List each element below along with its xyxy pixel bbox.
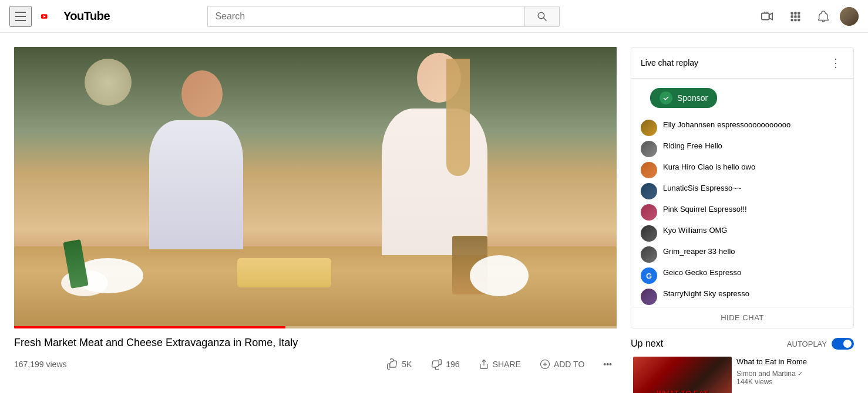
search-area xyxy=(207,6,560,27)
chat-message-content: Riding FreeHello xyxy=(663,141,844,151)
chat-avatar xyxy=(641,162,657,178)
chat-avatar xyxy=(641,246,657,263)
chat-text: Espresso~~ xyxy=(701,184,741,192)
sponsor-badge[interactable]: Sponsor xyxy=(650,88,717,108)
chat-header: Live chat replay ⋮ xyxy=(631,48,853,79)
progress-fill xyxy=(14,326,285,328)
header-left: YouTube xyxy=(9,6,110,27)
chat-text: espresso xyxy=(718,289,749,298)
hide-chat-button[interactable]: HIDE CHAT xyxy=(631,307,853,328)
more-dots: ••• xyxy=(603,360,612,369)
chat-message: Kura HiroCiao is hello owo xyxy=(631,160,853,181)
search-input[interactable] xyxy=(207,6,524,27)
header: YouTube xyxy=(0,0,868,33)
chat-messages-list: Elly JohannsenespressoooooooooooRiding F… xyxy=(631,117,853,307)
chat-text: espressooooooooooo xyxy=(717,120,790,129)
thumbnail-overlay: WHAT TO EAT IN ROME xyxy=(638,389,727,393)
add-to-button[interactable]: ADD TO xyxy=(535,355,589,373)
hamburger-menu[interactable] xyxy=(9,6,32,27)
chat-message: Elly Johannsenespressooooooooooo xyxy=(631,117,853,138)
svg-rect-10 xyxy=(798,12,800,14)
chat-message-content: Grim_reaper 33hello xyxy=(663,246,844,257)
video-scene xyxy=(14,47,617,328)
youtube-logo[interactable]: YouTube xyxy=(41,9,110,23)
chat-username: Riding Free xyxy=(663,141,702,150)
svg-marker-5 xyxy=(769,13,773,19)
apps-button[interactable] xyxy=(783,5,807,28)
thumbs-up-icon xyxy=(386,358,398,370)
chat-message: GGeico GeckoEspresso xyxy=(631,265,853,286)
chat-avatar xyxy=(641,120,657,136)
up-next-card[interactable]: WHAT TO EAT IN ROME What to Eat in Rome … xyxy=(631,354,854,393)
bell-icon xyxy=(817,10,830,23)
chat-avatar xyxy=(641,183,657,199)
chat-username: Pink Squirrel xyxy=(663,205,706,214)
apps-grid-icon xyxy=(789,11,801,22)
chat-username: Geico Gecko xyxy=(663,268,707,277)
channel-name: Simon and Martina xyxy=(736,370,796,378)
up-next-channel: Simon and Martina ✓ xyxy=(736,370,852,378)
chat-message-content: Kura HiroCiao is hello owo xyxy=(663,162,844,172)
svg-rect-16 xyxy=(798,19,800,21)
progress-bar[interactable] xyxy=(14,326,617,328)
sponsor-label: Sponsor xyxy=(677,93,708,103)
view-count: 167,199 views xyxy=(14,360,67,369)
chat-avatar xyxy=(641,204,657,221)
up-next-views: 144K views xyxy=(736,378,852,386)
chat-message: Pink SquirrelEspresso!!! xyxy=(631,202,853,223)
more-button[interactable]: ••• xyxy=(598,356,617,372)
up-next-thumbnail: WHAT TO EAT IN ROME xyxy=(633,357,732,393)
chat-panel: Live chat replay ⋮ Sponsor xyxy=(631,47,854,328)
add-icon xyxy=(540,359,550,370)
chat-username: Grim_reaper 33 xyxy=(663,247,716,256)
up-next-info: What to Eat in Rome Simon and Martina ✓ … xyxy=(736,357,852,393)
chat-message-content: StarryNight Skyespresso xyxy=(663,289,844,299)
chat-message-content: Pink SquirrelEspresso!!! xyxy=(663,204,844,215)
video-meta: 167,199 views 5K 196 xyxy=(14,355,617,374)
youtube-icon xyxy=(41,9,61,23)
chat-message: LunaticSisEspresso~~ xyxy=(631,181,853,202)
search-icon xyxy=(537,11,547,22)
share-icon xyxy=(479,359,489,370)
youtube-wordmark: YouTube xyxy=(63,9,110,23)
svg-rect-14 xyxy=(790,19,793,21)
chat-menu-button[interactable]: ⋮ xyxy=(827,53,844,72)
video-title: Fresh Market Meat and Cheese Extravaganz… xyxy=(14,336,617,350)
notifications-button[interactable] xyxy=(812,5,835,28)
chat-text: hello xyxy=(719,247,735,256)
chat-text: Hello xyxy=(705,141,722,150)
up-next-header: Up next AUTOPLAY xyxy=(631,338,854,350)
autoplay-label: AUTOPLAY xyxy=(787,340,827,348)
video-actions: 5K 196 SHARE xyxy=(382,355,617,374)
user-avatar[interactable] xyxy=(840,7,859,26)
share-label: SHARE xyxy=(493,360,521,369)
dislike-button[interactable]: 196 xyxy=(426,355,464,374)
svg-rect-13 xyxy=(798,15,800,18)
chat-title: Live chat replay xyxy=(641,58,698,67)
chat-username: StarryNight Sky xyxy=(663,289,716,298)
toggle-slider xyxy=(832,338,854,350)
svg-rect-11 xyxy=(790,15,793,18)
chat-username: Kura Hiro xyxy=(663,162,695,171)
share-button[interactable]: SHARE xyxy=(474,355,526,373)
dislike-count: 196 xyxy=(446,360,459,369)
add-label: ADD TO xyxy=(554,360,584,369)
chat-username: LunaticSis xyxy=(663,184,698,192)
chat-message-content: LunaticSisEspresso~~ xyxy=(663,183,844,194)
like-count: 5K xyxy=(402,360,412,369)
svg-rect-8 xyxy=(790,12,793,14)
chat-text: Espresso!!! xyxy=(709,205,747,214)
header-right xyxy=(755,5,859,28)
svg-rect-12 xyxy=(794,15,796,18)
video-player[interactable] xyxy=(14,47,617,328)
search-button[interactable] xyxy=(524,6,560,27)
like-button[interactable]: 5K xyxy=(382,355,416,374)
up-next-section: Up next AUTOPLAY WHAT TO EAT IN ROME xyxy=(631,338,854,393)
chat-avatar: G xyxy=(641,267,657,284)
chat-message: Grim_reaper 33hello xyxy=(631,244,853,265)
chat-message-content: Geico GeckoEspresso xyxy=(663,267,844,278)
sponsor-icon xyxy=(660,92,672,104)
thumbs-down-icon xyxy=(430,358,442,370)
autoplay-switch[interactable] xyxy=(832,338,854,350)
create-video-button[interactable] xyxy=(755,5,779,28)
